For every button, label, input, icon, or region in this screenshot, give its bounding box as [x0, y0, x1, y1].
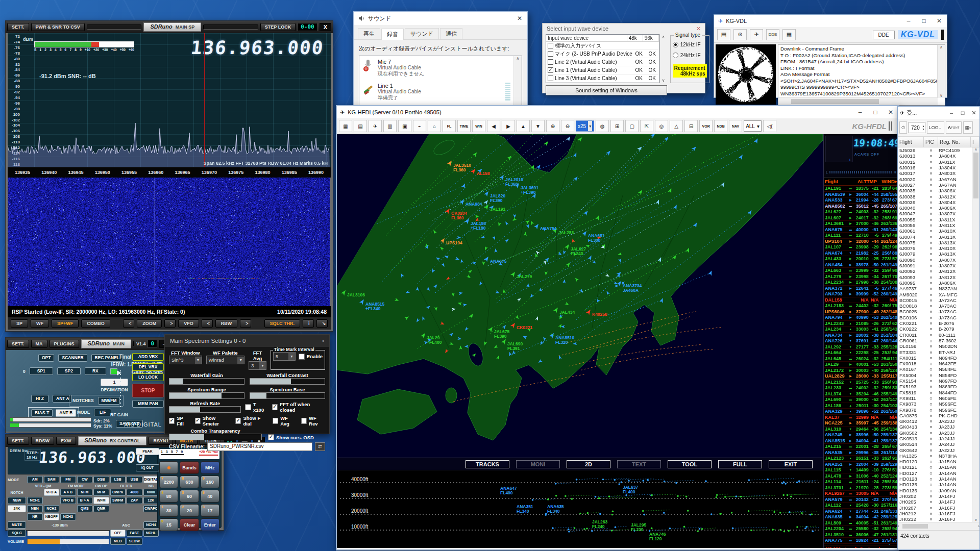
contact-row[interactable]: 6J0047×JA807X [898, 211, 979, 216]
sound-setting-button[interactable]: Sound setting of Windows [546, 85, 667, 95]
display-mode-combo[interactable]: COMBO [81, 319, 110, 328]
contact-row[interactable]: 6J0090×JA807X [898, 257, 979, 263]
flight-row[interactable]: JAL107▬23998-29262/ 98 [824, 244, 898, 251]
mode-sam[interactable]: SAM [44, 476, 60, 483]
contact-row[interactable]: 6J0015×JA811X [898, 159, 979, 165]
contact-row[interactable]: JH0205×JA14FJ [898, 499, 979, 505]
pwr-snr-csv-button[interactable]: PWR & SNR TO CSV [31, 23, 85, 31]
slider-spectrum-base[interactable] [250, 392, 325, 399]
radar-map[interactable]: JAL3510FL360AL158JAL2010FL360JAL3691+FL3… [337, 134, 824, 457]
slider-combo-transparency[interactable] [169, 434, 262, 440]
key-bands[interactable]: Bands [180, 461, 199, 474]
flight-row[interactable]: DAL158N/AN/AN/A [824, 297, 898, 304]
flight-row[interactable]: UPS6046▶37900-49262/148 [824, 309, 898, 315]
flight-row[interactable]: JAL111▬12710-5279/ 49 [824, 233, 898, 239]
flight-row[interactable]: ANA794▶40990-53262/140 [824, 315, 898, 321]
flight-row[interactable]: JAL191▬18375-21283/ 64 [824, 186, 898, 192]
flight-row[interactable]: JAL627▬24003-32258/ 91 [824, 209, 898, 215]
key-clear[interactable]: Clear [180, 518, 199, 531]
rx-nbw[interactable]: NBW [8, 497, 26, 504]
mode-am[interactable]: AM [27, 476, 43, 483]
ndb-icon[interactable]: NDB [714, 120, 727, 132]
speaker-icon[interactable]: ◁( [763, 120, 776, 132]
key-15[interactable]: 150 [159, 518, 178, 531]
contact-row[interactable]: HD0127○JA14AN [898, 470, 979, 476]
contact-row[interactable]: 6J0075×JA813X [898, 240, 979, 245]
contact-row[interactable]: 6J0095×JA806X [898, 280, 979, 286]
sett-button[interactable]: SETT. [7, 437, 29, 445]
contact-row[interactable]: 6J0076×JA810X [898, 245, 979, 251]
flight-row[interactable]: ANA579▬20142-23270/ 55 [824, 497, 898, 503]
spinner-arrows[interactable]: ▲▼ [922, 124, 925, 131]
flight-row[interactable]: ANA734▶28002-38251/104 [824, 333, 898, 339]
rdsw-button[interactable]: RDSW [31, 437, 55, 445]
font-icon[interactable]: AFONT [946, 121, 962, 134]
list-icon[interactable]: ▤ [354, 120, 367, 132]
contact-row[interactable]: 6J0013×JA804X [898, 153, 979, 159]
device-item[interactable]: Mic 7Virtual Audio Cable現在利用できません [359, 56, 522, 80]
vfo-button[interactable]: VFO [178, 319, 199, 328]
rx-nbn[interactable]: NBN [27, 505, 43, 512]
checkbox-wf-rev[interactable]: WF Rev [301, 415, 325, 427]
contact-row[interactable]: FX9878○N596FE [898, 407, 979, 412]
flight-row[interactable]: ANA8502▬35012-45265/107 [824, 204, 898, 210]
globe-icon[interactable]: ◍ [596, 120, 609, 132]
flight-row[interactable]: JAL112▲25428-30257/116 [824, 503, 898, 509]
contact-row[interactable]: JH0202×JA14FJ [898, 493, 979, 499]
flight-row[interactable]: NCA225▶35997-45259/138 [824, 420, 898, 427]
dropdown-time-mark[interactable]: 5▼ [273, 352, 296, 361]
contact-row[interactable]: FX0167○N584FE [898, 366, 979, 372]
flight-row[interactable]: JAL690▬39000-52263/147 [824, 397, 898, 403]
map-button-full[interactable]: FULL [718, 460, 762, 468]
flight-row[interactable]: ANA1863▶40007-52260/156 [824, 544, 898, 545]
contact-row[interactable]: GK0412×JA23JJ [898, 418, 979, 424]
rf-gain-slider[interactable] [117, 370, 124, 410]
slider-refresh-rate[interactable] [169, 406, 241, 413]
dde-icon[interactable]: DDE [766, 29, 779, 40]
contact-row[interactable]: BC0018×JA73AC [898, 303, 979, 309]
key-60[interactable]: 605 [180, 490, 199, 503]
rx-6000[interactable]: 6000 [143, 489, 159, 496]
contact-row[interactable]: 6J0035×JA806X [898, 188, 979, 193]
map-button-moni[interactable]: MONI [516, 460, 560, 468]
flight-row[interactable]: ANA535▶29996-38261/114 [824, 450, 898, 456]
flight-row[interactable]: JAL478▶31006-40252/124 [824, 473, 898, 480]
key-160[interactable]: 1609 [201, 475, 219, 488]
flight-row[interactable]: ANA251▶32004-39259/129 [824, 462, 898, 468]
flight-row[interactable]: JAL215▬22001-28265/ 67 [824, 444, 898, 450]
rx-24k[interactable]: 24K [8, 505, 26, 512]
peak-button[interactable]: PEAK [136, 448, 159, 455]
add-vrx-button[interactable]: ADD VRX [132, 353, 164, 361]
sett-button[interactable]: SETT. [7, 23, 29, 31]
h-scrollbar[interactable] [778, 97, 938, 105]
log-icon[interactable]: LOG→ [927, 121, 944, 134]
flight-row[interactable]: KAL37▬32999N/AN/A [824, 415, 898, 421]
flight-row[interactable]: JAL663▬23999-32259/ 90 [824, 268, 898, 274]
frame-icon[interactable]: ▣ [398, 120, 411, 132]
checkbox-t-x100[interactable]: T x100 [245, 402, 267, 413]
flight-row[interactable]: JAL2123▲26151-33262/ 91 [824, 456, 898, 462]
plugins-button[interactable]: PLUGINS [50, 340, 79, 348]
checkbox-show-curs-osd[interactable]: ✓Show curs. OSD [268, 434, 314, 440]
device-row[interactable]: Line 3 (Virtual Audio Cable)OKOK [546, 74, 659, 83]
contact-row[interactable]: 6J0092×JA812X [898, 268, 979, 274]
maximize-icon[interactable]: □ [957, 110, 968, 116]
mode-digital[interactable]: DIGITAL [143, 476, 159, 483]
contact-row[interactable]: 6J0061×JA810X [898, 228, 979, 234]
column-header[interactable]: Input wave device [546, 35, 627, 41]
agc-med[interactable]: MED [110, 538, 126, 545]
device-row[interactable]: マイク (2- USB PnP Audio DeviceOKOK [546, 50, 659, 58]
contact-row[interactable]: 6J0040×JA806X [898, 205, 979, 211]
flight-row[interactable]: KAL9267▬33005N/AN/A [824, 491, 898, 497]
mode-fm[interactable]: FM [60, 476, 76, 483]
device-checkbox[interactable] [548, 59, 553, 65]
aircraft-db-icon[interactable]: ✈ [369, 120, 382, 132]
squelch-slider[interactable] [27, 531, 109, 536]
pan-left-icon[interactable]: ◀ [487, 120, 500, 132]
contact-row[interactable]: FX0015×N894FD [898, 355, 979, 361]
maximize-icon[interactable]: □ [868, 106, 883, 118]
rx-ab[interactable]: A > B [60, 489, 76, 496]
contact-row[interactable]: 6J0055×JA811X [898, 217, 979, 222]
scrollbar[interactable]: ∧∨ [659, 34, 667, 83]
cylinder-icon[interactable]: ⊟ [684, 120, 698, 132]
